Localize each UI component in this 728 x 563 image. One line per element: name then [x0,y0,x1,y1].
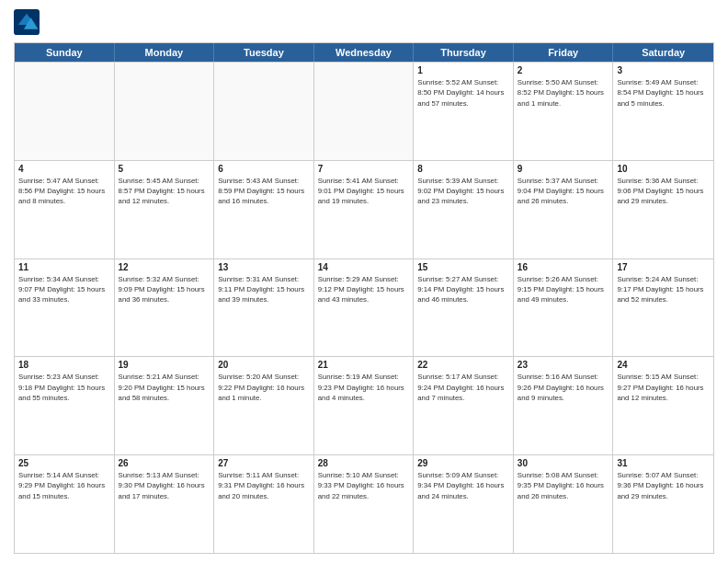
day-info: Sunrise: 5:47 AM Sunset: 8:56 PM Dayligh… [18,176,110,207]
day-number: 12 [119,262,210,272]
header-cell-saturday: Saturday [613,43,713,62]
header-cell-tuesday: Tuesday [214,43,314,62]
day-cell-31: 31Sunrise: 5:07 AM Sunset: 9:36 PM Dayli… [613,455,713,553]
day-cell-9: 9Sunrise: 5:37 AM Sunset: 9:04 PM Daylig… [514,161,614,259]
day-info: Sunrise: 5:34 AM Sunset: 9:07 PM Dayligh… [18,274,110,305]
header-cell-sunday: Sunday [15,43,115,62]
day-info: Sunrise: 5:21 AM Sunset: 9:20 PM Dayligh… [119,372,210,403]
day-info: Sunrise: 5:41 AM Sunset: 9:01 PM Dayligh… [318,176,410,207]
day-info: Sunrise: 5:37 AM Sunset: 9:04 PM Dayligh… [518,176,609,207]
day-cell-12: 12Sunrise: 5:32 AM Sunset: 9:09 PM Dayli… [115,259,215,357]
empty-cell [214,63,314,160]
calendar-row-5: 25Sunrise: 5:14 AM Sunset: 9:29 PM Dayli… [15,454,713,553]
day-info: Sunrise: 5:17 AM Sunset: 9:24 PM Dayligh… [417,372,509,403]
day-info: Sunrise: 5:43 AM Sunset: 8:59 PM Dayligh… [218,176,310,207]
day-number: 16 [518,262,609,272]
day-cell-15: 15Sunrise: 5:27 AM Sunset: 9:14 PM Dayli… [414,259,514,357]
day-number: 20 [218,360,310,370]
page: SundayMondayTuesdayWednesdayThursdayFrid… [0,0,728,563]
day-info: Sunrise: 5:09 AM Sunset: 9:34 PM Dayligh… [417,470,509,501]
day-cell-3: 3Sunrise: 5:49 AM Sunset: 8:54 PM Daylig… [613,63,713,160]
calendar-header: SundayMondayTuesdayWednesdayThursdayFrid… [15,43,713,62]
day-cell-18: 18Sunrise: 5:23 AM Sunset: 9:18 PM Dayli… [15,357,115,454]
day-number: 30 [518,458,609,468]
header-cell-thursday: Thursday [414,43,514,62]
day-info: Sunrise: 5:49 AM Sunset: 8:54 PM Dayligh… [617,77,710,109]
day-cell-24: 24Sunrise: 5:15 AM Sunset: 9:27 PM Dayli… [613,357,713,454]
day-number: 29 [417,458,509,468]
calendar: SundayMondayTuesdayWednesdayThursdayFrid… [14,42,714,554]
empty-cell [15,63,115,160]
day-cell-2: 2Sunrise: 5:50 AM Sunset: 8:52 PM Daylig… [514,63,614,160]
day-cell-14: 14Sunrise: 5:29 AM Sunset: 9:12 PM Dayli… [314,259,415,357]
day-info: Sunrise: 5:29 AM Sunset: 9:12 PM Dayligh… [318,274,410,305]
day-info: Sunrise: 5:26 AM Sunset: 9:15 PM Dayligh… [518,274,609,305]
calendar-row-3: 11Sunrise: 5:34 AM Sunset: 9:07 PM Dayli… [15,259,713,357]
day-cell-1: 1Sunrise: 5:52 AM Sunset: 8:50 PM Daylig… [414,63,514,160]
logo-icon [14,9,40,35]
day-number: 27 [218,458,310,468]
day-info: Sunrise: 5:14 AM Sunset: 9:29 PM Dayligh… [18,470,110,501]
day-cell-30: 30Sunrise: 5:08 AM Sunset: 9:35 PM Dayli… [514,455,614,553]
day-cell-11: 11Sunrise: 5:34 AM Sunset: 9:07 PM Dayli… [15,259,115,357]
day-info: Sunrise: 5:20 AM Sunset: 9:22 PM Dayligh… [218,372,310,403]
day-number: 7 [318,164,410,174]
day-info: Sunrise: 5:13 AM Sunset: 9:30 PM Dayligh… [119,470,210,501]
day-cell-6: 6Sunrise: 5:43 AM Sunset: 8:59 PM Daylig… [214,161,314,259]
day-number: 26 [119,458,210,468]
empty-cell [314,63,415,160]
day-cell-27: 27Sunrise: 5:11 AM Sunset: 9:31 PM Dayli… [214,455,314,553]
day-number: 13 [218,262,310,272]
day-number: 9 [518,164,609,174]
day-cell-21: 21Sunrise: 5:19 AM Sunset: 9:23 PM Dayli… [314,357,415,454]
day-cell-13: 13Sunrise: 5:31 AM Sunset: 9:11 PM Dayli… [214,259,314,357]
day-cell-8: 8Sunrise: 5:39 AM Sunset: 9:02 PM Daylig… [414,161,514,259]
day-number: 19 [119,360,210,370]
day-number: 23 [518,360,609,370]
day-cell-4: 4Sunrise: 5:47 AM Sunset: 8:56 PM Daylig… [15,161,115,259]
day-number: 10 [617,164,710,174]
day-number: 18 [18,360,110,370]
logo [14,9,43,35]
day-info: Sunrise: 5:36 AM Sunset: 9:06 PM Dayligh… [617,176,710,207]
calendar-body: 1Sunrise: 5:52 AM Sunset: 8:50 PM Daylig… [15,62,713,553]
day-cell-20: 20Sunrise: 5:20 AM Sunset: 9:22 PM Dayli… [214,357,314,454]
day-number: 31 [617,458,710,468]
day-number: 22 [417,360,509,370]
day-info: Sunrise: 5:07 AM Sunset: 9:36 PM Dayligh… [617,470,710,501]
day-cell-19: 19Sunrise: 5:21 AM Sunset: 9:20 PM Dayli… [115,357,215,454]
day-number: 24 [617,360,710,370]
day-info: Sunrise: 5:32 AM Sunset: 9:09 PM Dayligh… [119,274,210,305]
day-cell-23: 23Sunrise: 5:16 AM Sunset: 9:26 PM Dayli… [514,357,614,454]
day-info: Sunrise: 5:45 AM Sunset: 8:57 PM Dayligh… [119,176,210,207]
day-cell-28: 28Sunrise: 5:10 AM Sunset: 9:33 PM Dayli… [314,455,415,553]
day-info: Sunrise: 5:50 AM Sunset: 8:52 PM Dayligh… [518,77,609,109]
calendar-row-4: 18Sunrise: 5:23 AM Sunset: 9:18 PM Dayli… [15,356,713,454]
day-number: 11 [18,262,110,272]
day-info: Sunrise: 5:52 AM Sunset: 8:50 PM Dayligh… [417,77,509,109]
day-cell-25: 25Sunrise: 5:14 AM Sunset: 9:29 PM Dayli… [15,455,115,553]
header [14,9,714,35]
day-number: 3 [617,65,710,75]
day-number: 6 [218,164,310,174]
day-info: Sunrise: 5:27 AM Sunset: 9:14 PM Dayligh… [417,274,509,305]
day-number: 25 [18,458,110,468]
day-info: Sunrise: 5:10 AM Sunset: 9:33 PM Dayligh… [318,470,410,501]
day-number: 15 [417,262,509,272]
day-number: 1 [417,65,509,75]
day-cell-26: 26Sunrise: 5:13 AM Sunset: 9:30 PM Dayli… [115,455,215,553]
empty-cell [115,63,215,160]
day-cell-22: 22Sunrise: 5:17 AM Sunset: 9:24 PM Dayli… [414,357,514,454]
day-number: 2 [518,65,609,75]
calendar-row-2: 4Sunrise: 5:47 AM Sunset: 8:56 PM Daylig… [15,160,713,259]
day-cell-16: 16Sunrise: 5:26 AM Sunset: 9:15 PM Dayli… [514,259,614,357]
header-cell-friday: Friday [514,43,614,62]
day-info: Sunrise: 5:16 AM Sunset: 9:26 PM Dayligh… [518,372,609,403]
day-cell-10: 10Sunrise: 5:36 AM Sunset: 9:06 PM Dayli… [613,161,713,259]
day-number: 17 [617,262,710,272]
day-number: 14 [318,262,410,272]
day-cell-17: 17Sunrise: 5:24 AM Sunset: 9:17 PM Dayli… [613,259,713,357]
day-number: 8 [417,164,509,174]
day-number: 5 [119,164,210,174]
day-cell-7: 7Sunrise: 5:41 AM Sunset: 9:01 PM Daylig… [314,161,415,259]
